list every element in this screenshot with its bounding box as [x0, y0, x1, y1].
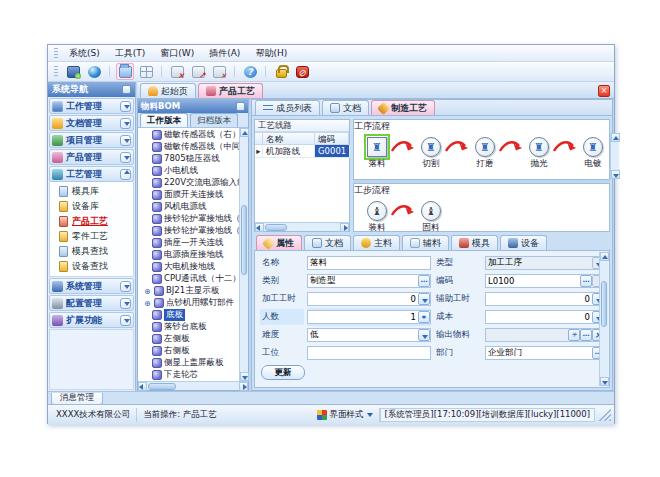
flow-node[interactable]: ♜ 落料 [360, 137, 394, 179]
difficulty-input[interactable] [308, 329, 418, 341]
menu-item[interactable]: 系统(S) [62, 46, 107, 61]
people-count-input[interactable] [308, 311, 418, 323]
style-selector[interactable]: 界面样式 [311, 408, 380, 422]
message-tab[interactable]: 消息管理 [51, 393, 103, 405]
code-input[interactable] [486, 275, 580, 287]
menu-item[interactable]: 插件(A) [202, 46, 247, 61]
tree-node[interactable]: ⊕ 插座—开关连线 [138, 237, 239, 249]
version-tab[interactable]: 工作版本 [140, 113, 188, 127]
document-tab[interactable]: 产品工艺 [198, 83, 263, 98]
work-hours-field[interactable] [307, 292, 431, 306]
chevron-down-icon[interactable] [120, 118, 131, 129]
people-count-field[interactable] [307, 310, 431, 324]
aux-hours-input[interactable] [486, 293, 592, 305]
pane-tab[interactable]: 成员列表 [255, 100, 320, 115]
network-button[interactable] [85, 63, 103, 80]
form-tab[interactable]: 辅料 [402, 235, 449, 250]
workstation-input[interactable] [308, 347, 430, 359]
spinner-icon[interactable] [418, 311, 430, 323]
tree-node[interactable]: ⊕ 面膜开关连接线 [138, 189, 239, 201]
tree-node[interactable]: ⊕ 左侧板 [138, 333, 239, 345]
chevron-down-icon[interactable] [120, 135, 131, 146]
sidebar-group-header[interactable]: 工作管理 [49, 98, 134, 114]
name-input[interactable] [308, 257, 430, 269]
dropdown-icon[interactable] [418, 329, 430, 341]
code-field[interactable] [485, 274, 605, 288]
chevron-down-icon[interactable] [120, 298, 131, 309]
tree-node[interactable]: ⊕ 下走轮芯 [138, 369, 239, 381]
form-tab[interactable]: 文档 [304, 235, 351, 250]
add-icon[interactable] [568, 329, 580, 341]
scroll-up-icon[interactable] [240, 128, 249, 137]
sidebar-group-header[interactable]: 扩展功能 [49, 312, 134, 328]
tree-node[interactable]: ⊕ CPU通讯线（十二） [138, 273, 239, 285]
route-row[interactable]: ▸ 机加路线 G0001 [255, 145, 349, 158]
expand-icon[interactable]: ⊕ [144, 299, 152, 308]
help-button[interactable] [241, 63, 259, 80]
operation-icon[interactable]: ♜ [367, 137, 387, 157]
route-code-cell[interactable]: G0001 [315, 145, 350, 158]
scrollbar-thumb[interactable] [241, 205, 247, 275]
chevron-down-icon[interactable] [120, 315, 131, 326]
form-tab[interactable]: 模具 [451, 235, 498, 250]
sidebar-item[interactable]: 模具库 [50, 184, 133, 199]
route-name-cell[interactable]: 机加路线 [263, 145, 315, 158]
tree-node[interactable]: ⊕ 点钞机用螺钉部件 [138, 297, 239, 309]
scrollbar-thumb[interactable] [601, 281, 607, 327]
sidebar-group-header[interactable]: 配置管理 [49, 295, 134, 311]
scroll-down-icon[interactable] [600, 377, 609, 386]
tree-node[interactable]: ⊕ 落钞台底板 [138, 321, 239, 333]
sidebar-group-header[interactable]: 产品管理 [49, 149, 134, 165]
sidebar-group-header[interactable]: 文档管理 [49, 115, 134, 131]
operation-icon[interactable]: ♜ [529, 137, 549, 157]
scroll-up-icon[interactable] [611, 133, 620, 142]
tree-node[interactable]: ⊕ 大电机接地线 [138, 261, 239, 273]
toolbar-grip[interactable] [54, 48, 58, 59]
form-tab[interactable]: 属性 [256, 235, 302, 250]
tree-node[interactable]: ⊕ 底板 [138, 309, 239, 321]
tree-vertical-scrollbar[interactable] [239, 128, 248, 381]
tree-node[interactable]: ⊕ BJ21主显示板 [138, 285, 239, 297]
sidebar-item[interactable]: 产品工艺 [50, 214, 133, 229]
operation-icon[interactable]: ♜ [421, 137, 441, 157]
menu-item[interactable]: 帮助(H) [248, 46, 294, 61]
connect-button[interactable] [64, 63, 82, 80]
name-field[interactable] [307, 256, 431, 270]
close-tab-icon[interactable] [598, 85, 610, 97]
scroll-right-icon[interactable] [239, 382, 248, 391]
panel-collapse-icon[interactable] [236, 102, 245, 111]
form-vertical-scrollbar[interactable] [599, 252, 608, 386]
flow-node[interactable]: ♜ 电镀 [556, 137, 610, 179]
tree-node[interactable]: ⊕ 接钞轮护罩接地线（一 [138, 213, 239, 225]
tree-node[interactable]: ⊕ 220V交流电源输入线 [138, 177, 239, 189]
browse-icon[interactable] [580, 275, 592, 287]
scroll-right-icon[interactable] [340, 223, 349, 232]
close-window-button[interactable] [168, 63, 186, 80]
delete-window-button[interactable] [210, 63, 228, 80]
department-field[interactable] [485, 346, 605, 360]
sidebar-item[interactable]: 模具查找 [50, 244, 133, 259]
form-tab[interactable]: 设备 [500, 235, 547, 250]
sidebar-item[interactable]: 设备查找 [50, 259, 133, 274]
sidebar-group-header[interactable]: 项目管理 [49, 132, 134, 148]
step-icon[interactable]: ♝ [367, 201, 387, 221]
type-input[interactable] [486, 257, 592, 269]
output-material-input[interactable] [486, 329, 568, 341]
open-folder-button[interactable] [116, 63, 134, 80]
step-node[interactable]: ♝ 装料 [360, 201, 394, 231]
browse-icon[interactable] [418, 275, 430, 287]
version-tab[interactable]: 归档版本 [190, 113, 238, 127]
operation-icon[interactable]: ♜ [475, 137, 495, 157]
chevron-down-icon[interactable] [120, 281, 131, 292]
tree-node[interactable]: ⊕ 接钞轮护罩接地线（二 [138, 225, 239, 237]
sidebar-collapse-icon[interactable] [122, 85, 131, 94]
export-window-button[interactable] [189, 63, 207, 80]
expand-icon[interactable]: ⊕ [144, 287, 152, 296]
department-input[interactable] [486, 347, 592, 359]
tree-node[interactable]: ⊕ 小电机线 [138, 165, 239, 177]
scroll-left-icon[interactable] [255, 223, 264, 232]
difficulty-field[interactable] [307, 328, 431, 342]
scroll-down-icon[interactable] [240, 372, 249, 381]
scrollbar-thumb[interactable] [148, 383, 176, 390]
output-material-field[interactable] [485, 328, 605, 342]
